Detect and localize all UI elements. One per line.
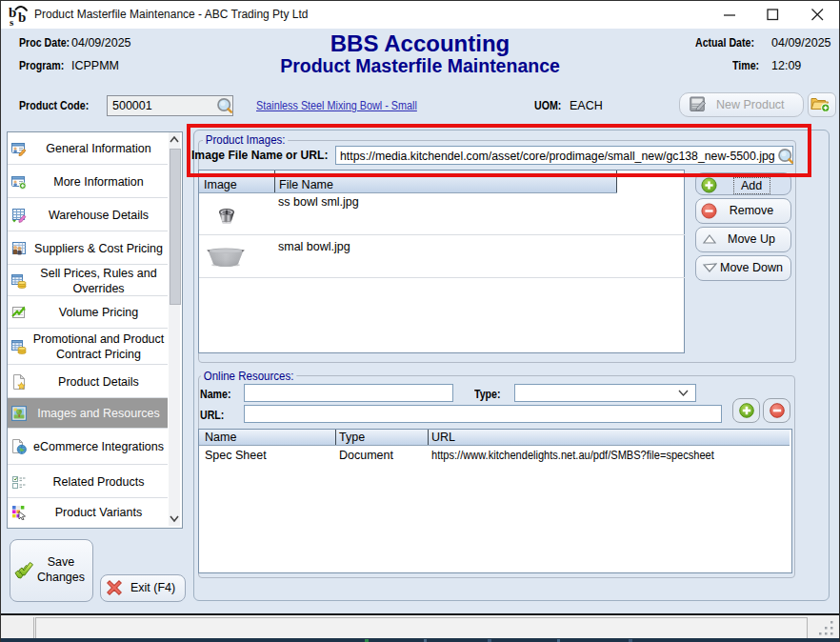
svg-text:b: b (18, 10, 26, 25)
svg-text:s: s (10, 16, 14, 27)
